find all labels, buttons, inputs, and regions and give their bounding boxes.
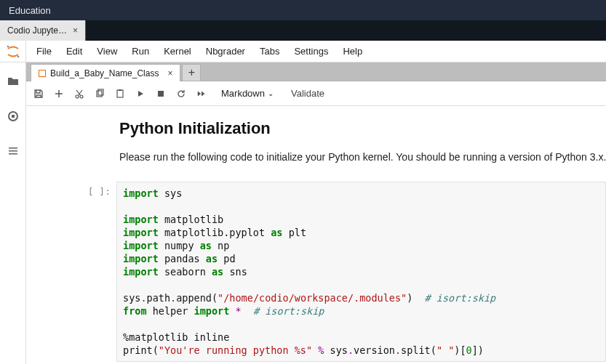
paste-icon[interactable] [115,89,125,99]
svg-rect-11 [117,90,123,97]
running-icon[interactable] [7,110,19,122]
svg-rect-10 [98,89,103,95]
menu-nbgrader[interactable]: Nbgrader [199,41,252,62]
code-body[interactable]: import sys import matplotlib import matp… [116,182,606,362]
run-icon[interactable] [135,89,145,99]
menubar: File Edit View Run Kernel Nbgrader Tabs … [26,41,370,62]
validate-button[interactable]: Validate [291,88,324,99]
menu-file[interactable]: File [29,41,59,62]
notebook-toolbar: Markdown ⌄ Validate [26,81,606,106]
notebook-content: Python Initialization Please run the fol… [26,106,606,362]
app-tab[interactable]: Codio Jupyte… × [0,20,86,41]
folder-icon[interactable] [7,76,19,87]
menu-tabs[interactable]: Tabs [252,41,287,62]
page-title: Python Initialization [119,119,606,138]
svg-point-1 [17,55,19,57]
toc-icon[interactable] [7,145,19,157]
notebook-icon [39,70,46,77]
app-topbar: Education [0,0,606,20]
file-tab[interactable]: Build_a_Baby_Name_Class × [31,64,180,82]
main-area: Build_a_Baby_Name_Class × + [26,62,606,364]
file-tab-label: Build_a_Baby_Name_Class [50,68,159,78]
add-tab-button[interactable]: + [182,64,201,81]
restart-icon[interactable] [176,89,186,99]
menu-run[interactable]: Run [124,41,156,62]
menu-view[interactable]: View [89,41,124,62]
restart-run-all-icon[interactable] [196,89,207,99]
add-cell-icon[interactable] [54,89,64,99]
svg-rect-9 [97,91,102,97]
left-sidebar [0,62,26,364]
svg-rect-12 [119,89,121,91]
menu-edit[interactable]: Edit [59,41,89,62]
save-icon[interactable] [33,89,44,99]
body-row: Build_a_Baby_Name_Class × + [0,62,606,364]
stop-icon[interactable] [156,89,166,99]
cell-type-select[interactable]: Markdown ⌄ [221,88,274,99]
cell-prompt: [ ]: [83,182,116,362]
svg-rect-13 [158,91,164,97]
cut-icon[interactable] [74,89,84,99]
menu-help[interactable]: Help [335,41,370,62]
svg-rect-6 [9,153,17,155]
cell-type-label: Markdown [221,88,265,99]
app-tab-label: Codio Jupyte… [7,25,67,36]
code-cell[interactable]: [ ]: import sys import matplotlib import… [26,182,606,362]
app-tabstrip: Codio Jupyte… × [0,20,606,41]
svg-rect-4 [9,147,17,149]
menu-settings[interactable]: Settings [287,41,335,62]
jupyter-logo[interactable] [0,41,26,62]
close-icon[interactable]: × [73,25,78,36]
svg-point-0 [7,45,9,47]
intro-paragraph: Please run the following code to initial… [119,151,606,163]
svg-rect-3 [12,115,15,118]
chevron-down-icon: ⌄ [268,89,274,97]
close-icon[interactable]: × [167,68,172,78]
file-tabstrip: Build_a_Baby_Name_Class × + [26,62,606,81]
svg-rect-5 [9,150,17,152]
menubar-row: File Edit View Run Kernel Nbgrader Tabs … [0,41,606,62]
app-title: Education [9,5,51,16]
copy-icon[interactable] [95,89,105,99]
menu-kernel[interactable]: Kernel [156,41,199,62]
